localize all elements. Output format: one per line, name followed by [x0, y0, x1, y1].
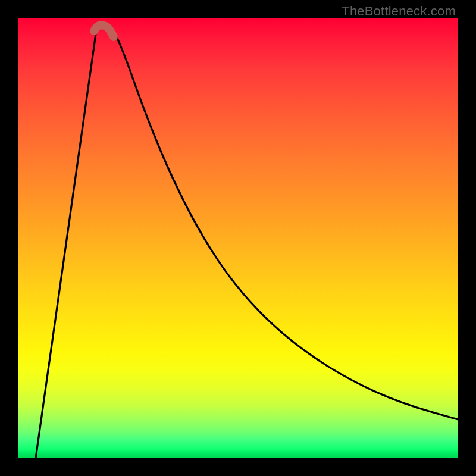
right-curve: [113, 30, 458, 419]
dip-segment: [94, 26, 114, 37]
watermark-text: TheBottleneck.com: [342, 4, 456, 19]
chart-frame: TheBottleneck.com: [0, 0, 476, 476]
chart-svg: [18, 18, 458, 458]
plot-area: [18, 18, 458, 458]
left-line: [36, 30, 96, 458]
